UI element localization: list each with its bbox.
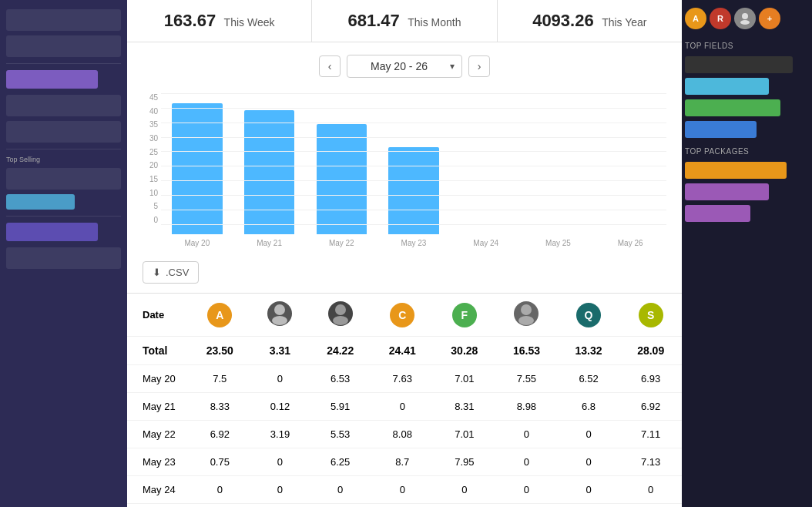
row-val: 7.01 — [434, 421, 496, 448]
rp-bar-7 — [685, 205, 750, 222]
avatar-c2 — [328, 301, 353, 326]
main-modal: 163.67 This Week 681.47 This Month 4093.… — [127, 0, 682, 507]
bar-may24-label: May 24 — [473, 239, 498, 247]
row-val: 7.11 — [619, 421, 682, 448]
stat-year: 4093.26 This Year — [498, 0, 682, 42]
svg-point-6 — [521, 304, 532, 315]
row-val: 0 — [309, 476, 371, 504]
sidebar-item-3[interactable] — [6, 95, 121, 116]
row-val: 0 — [251, 365, 310, 393]
svg-point-3 — [272, 316, 287, 325]
sidebar-section-label: Top Selling — [6, 156, 121, 163]
row-val: 6.52 — [558, 365, 620, 393]
bar-may21-fill — [244, 110, 295, 234]
stats-header: 163.67 This Week 681.47 This Month 4093.… — [127, 0, 682, 42]
svg-point-0 — [742, 13, 748, 19]
download-icon: ⬇ — [153, 267, 161, 278]
row-val: 0 — [251, 476, 310, 504]
rp-bar-4 — [685, 121, 757, 138]
total-row: Total 23.50 3.31 24.22 24.41 30.28 16.53… — [127, 337, 682, 365]
bar-may22-label: May 22 — [329, 239, 354, 247]
rp-top-fields-label: Top Fields — [685, 42, 804, 50]
table-row: May 20 7.5 0 6.53 7.63 7.01 7.55 6.52 6.… — [127, 365, 682, 393]
chart-bars: May 20 May 21 May 22 May 23 — [161, 93, 666, 247]
avatar-b — [267, 301, 292, 326]
row-val: 8.08 — [371, 421, 434, 448]
row-val: 7.55 — [495, 365, 558, 393]
row-val: 8.7 — [371, 448, 434, 476]
bar-may24: May 24 — [450, 234, 522, 247]
csv-download-btn[interactable]: ⬇ .CSV — [143, 261, 199, 284]
table-row: May 24 0 0 0 0 0 0 0 0 — [127, 476, 682, 504]
y-label-10: 10 — [135, 189, 158, 197]
date-select[interactable]: May 20 - 26 May 13 - 19 May 27 - Jun 2 — [347, 55, 462, 78]
svg-point-7 — [518, 316, 534, 325]
bar-may22: May 22 — [305, 124, 377, 247]
stat-month-label: This Month — [408, 16, 461, 29]
table-header-row: Date A — [127, 294, 682, 337]
bar-may20-fill — [172, 103, 223, 234]
total-q: 13.32 — [558, 337, 620, 365]
row-val: 6.53 — [309, 365, 371, 393]
bar-may23-label: May 23 — [401, 239, 427, 247]
bar-may23-fill — [388, 147, 439, 234]
row-val: 0 — [189, 476, 251, 504]
row-val: 0 — [495, 448, 558, 476]
avatar-f: F — [452, 303, 477, 327]
rp-bar-6 — [685, 183, 769, 200]
row-val: 0 — [371, 476, 434, 504]
row-val: 7.95 — [434, 448, 496, 476]
bar-may26: May 26 — [594, 234, 666, 247]
bar-may20: May 20 — [161, 103, 233, 247]
stat-month-value: 681.47 — [347, 11, 399, 30]
row-val: 0 — [371, 393, 434, 421]
avatar-s: S — [639, 303, 663, 327]
rp-bar-5 — [685, 162, 787, 179]
sidebar-item-4[interactable] — [6, 121, 121, 143]
left-sidebar: Top Selling — [0, 0, 127, 507]
next-date-btn[interactable]: › — [468, 55, 490, 77]
row-val: 7.01 — [434, 365, 496, 393]
chart-area: 0 5 10 15 20 25 30 35 40 45 — [127, 86, 682, 255]
row-val: 8.31 — [434, 393, 496, 421]
total-label: Total — [127, 337, 189, 365]
total-b: 3.31 — [251, 337, 310, 365]
table-row: May 23 0.75 0 6.25 8.7 7.95 0 0 7.13 — [127, 448, 682, 476]
sidebar-item-2[interactable] — [6, 35, 121, 57]
rp-bar-1 — [685, 56, 793, 73]
y-label-30: 30 — [135, 134, 158, 143]
y-axis: 0 5 10 15 20 25 30 35 40 45 — [135, 93, 158, 224]
sidebar-item-1[interactable] — [6, 9, 121, 31]
sidebar-item-5[interactable] — [6, 168, 121, 190]
y-label-40: 40 — [135, 107, 158, 116]
stat-month: 681.47 This Month — [312, 0, 497, 42]
sidebar-item-6[interactable] — [6, 247, 121, 269]
rp-avatar-group: A R + — [685, 8, 804, 29]
total-f: 30.28 — [434, 337, 496, 365]
total-c: 24.41 — [371, 337, 434, 365]
bar-may20-label: May 20 — [184, 239, 210, 247]
right-panel: A R + Top Fields Top Packages — [677, 0, 812, 507]
rp-bar-2 — [685, 78, 769, 95]
total-d: 16.53 — [495, 337, 558, 365]
col-s-header: S — [619, 294, 682, 337]
rp-avatar-4: + — [759, 8, 780, 29]
row-val: 0 — [558, 421, 620, 448]
table-row: May 22 6.92 3.19 5.53 8.08 7.01 0 0 7.11 — [127, 421, 682, 448]
rp-top-packages-label: Top Packages — [685, 147, 804, 156]
rp-bar-3 — [685, 99, 780, 116]
row-date: May 22 — [127, 421, 189, 448]
stat-week-value: 163.67 — [164, 11, 216, 30]
col-a-header: A — [189, 294, 251, 337]
y-label-5: 5 — [135, 202, 158, 210]
col-b-header — [251, 294, 310, 337]
data-table-container: Date A — [127, 294, 682, 504]
sidebar-bar-2 — [6, 194, 75, 210]
csv-btn-area: ⬇ .CSV — [127, 255, 682, 294]
col-c2-header — [309, 294, 371, 337]
bar-may25: May 25 — [522, 234, 595, 247]
row-date: May 23 — [127, 448, 189, 476]
bar-may22-fill — [317, 124, 367, 234]
prev-date-btn[interactable]: ‹ — [319, 55, 341, 77]
row-val: 0 — [495, 476, 558, 504]
